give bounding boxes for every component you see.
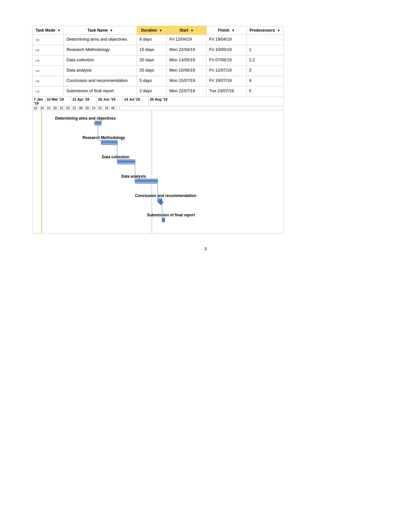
table-row: ⇒Data analysis25 daysMon 10/06/19Fri 12/…: [33, 66, 284, 76]
svg-rect-2: [95, 121, 101, 125]
duration-cell: 6 days: [137, 35, 167, 45]
task-mode-icon: ⇒: [35, 37, 39, 43]
start-cell: Fri 12/04/19: [167, 35, 207, 45]
finish-cell: Tue 23/07/19: [207, 86, 247, 97]
period-aug: 25 Aug '19: [149, 97, 174, 106]
week-08: 08: [78, 106, 84, 110]
task-name-cell: Research Methodology: [64, 45, 137, 55]
duration-cell: 2 days: [137, 86, 167, 97]
duration-cell: 25 days: [137, 66, 167, 76]
table-row: ⇒Submission of final report2 daysMon 22/…: [33, 86, 284, 97]
th-task-name[interactable]: Task Name ▼: [64, 26, 137, 35]
task-name-cell: Conclusion and recommendation: [64, 76, 137, 86]
task-mode-cell: ⇒: [33, 55, 64, 66]
week-19: 19: [103, 106, 110, 110]
svg-rect-3: [101, 140, 117, 145]
task-mode-filter-icon[interactable]: ▼: [57, 29, 61, 32]
th-predecessors[interactable]: Predecessors ▼: [246, 26, 283, 35]
timeline-weeks: 02 20 10 28 15 03 21 08 26 14 01 19 06 :: [33, 106, 283, 111]
gantt-table: Task Mode ▼ Task Name ▼ Duration ▼ Start…: [32, 26, 284, 97]
task-name-cell: Submission of final report: [64, 86, 137, 97]
predecessors-cell: [246, 35, 283, 45]
predecessors-cell: 1,2: [246, 55, 283, 66]
task-mode-cell: ⇒: [33, 66, 64, 76]
duration-cell: 5 days: [137, 76, 167, 86]
svg-rect-4: [117, 160, 135, 164]
period-mar: 10 Mar '19: [45, 97, 71, 106]
pred-filter-icon[interactable]: ▼: [277, 29, 280, 32]
finish-cell: Fri 19/04/19: [207, 35, 247, 45]
task-mode-icon: ⇒: [35, 68, 39, 74]
task-name-cell: Determining aims and objectives: [64, 35, 137, 45]
period-apr: 21 Apr '19: [71, 97, 97, 106]
predecessors-cell: 4: [246, 76, 283, 86]
task-name-cell: Data analysis: [64, 66, 137, 76]
task-name-filter-icon[interactable]: ▼: [110, 29, 113, 32]
week-01: 01: [97, 106, 103, 110]
chart-label-1: Determining aims and objectives: [55, 116, 116, 121]
page-number-container: 3: [32, 246, 379, 251]
finish-cell: Fri 19/07/19: [207, 76, 247, 86]
duration-filter-icon[interactable]: ▼: [159, 29, 162, 32]
task-name-cell: Data collection: [64, 55, 137, 66]
start-cell: Mon 10/06/19: [167, 66, 207, 76]
finish-cell: Fri 07/06/19: [207, 55, 247, 66]
predecessors-cell: 1: [246, 45, 283, 55]
task-mode-cell: ⇒: [33, 76, 64, 86]
week-28: 28: [52, 106, 58, 110]
finish-filter-icon[interactable]: ▼: [231, 29, 235, 32]
task-mode-icon: ⇒: [35, 78, 39, 84]
start-cell: Mon 22/07/19: [167, 86, 207, 97]
task-mode-icon: ⇒: [35, 88, 39, 94]
week-06: 06: [110, 106, 116, 110]
period-jul: 14 Jul '19: [123, 97, 149, 106]
th-start[interactable]: Start ▼: [167, 26, 207, 35]
week-21: 21: [71, 106, 78, 110]
period-jun: 02 Jun '19: [97, 97, 123, 106]
duration-cell: 20 days: [137, 55, 167, 66]
th-finish[interactable]: Finish ▼: [207, 26, 247, 35]
finish-cell: Fri 10/05/19: [207, 45, 247, 55]
task-mode-cell: ⇒: [33, 86, 64, 97]
th-duration[interactable]: Duration ▼: [137, 26, 167, 35]
svg-rect-5: [135, 179, 158, 183]
week-colon: :: [116, 106, 123, 110]
chart-label-5: Conclusion and recommendation: [135, 193, 196, 198]
start-cell: Mon 15/07/19: [167, 76, 207, 86]
week-02: 02: [33, 106, 39, 110]
chart-label-2: Research Methodology: [83, 135, 125, 140]
th-task-mode[interactable]: Task Mode ▼: [33, 26, 64, 35]
gantt-svg: Determining aims and objectives Research…: [33, 111, 284, 233]
period-jan: 7 Jan '19: [33, 97, 45, 106]
table-row: ⇒Determining aims and objectives6 daysFr…: [33, 35, 284, 45]
chart-label-4: Data analysis: [121, 174, 146, 179]
duration-cell: 15 days: [137, 45, 167, 55]
week-03: 03: [65, 106, 71, 110]
table-row: ⇒Data collection20 daysMon 13/05/19Fri 0…: [33, 55, 284, 66]
task-mode-cell: ⇒: [33, 45, 64, 55]
week-10: 10: [45, 106, 52, 110]
start-cell: Mon 13/05/19: [167, 55, 207, 66]
gantt-chart-body: Determining aims and objectives Research…: [33, 111, 283, 233]
chart-label-3: Data collection: [102, 155, 129, 159]
timeline-header-top: 7 Jan '19 10 Mar '19 21 Apr '19 02 Jun '…: [33, 97, 283, 106]
week-14: 14: [91, 106, 97, 110]
start-filter-icon[interactable]: ▼: [191, 29, 194, 32]
predecessors-cell: 5: [246, 86, 283, 97]
task-mode-cell: ⇒: [33, 35, 64, 45]
gantt-chart-container: 7 Jan '19 10 Mar '19 21 Apr '19 02 Jun '…: [32, 97, 284, 233]
predecessors-cell: 3: [246, 66, 283, 76]
task-mode-icon: ⇒: [35, 57, 39, 64]
finish-cell: Fri 12/07/19: [207, 66, 247, 76]
week-20: 20: [39, 106, 45, 110]
week-15: 15: [58, 106, 65, 110]
task-mode-icon: ⇒: [35, 47, 39, 53]
chart-label-6: Submission of final report: [147, 213, 195, 217]
week-26: 26: [84, 106, 91, 110]
table-row: ⇒Research Methodology15 daysMon 22/04/19…: [33, 45, 284, 55]
table-row: ⇒Conclusion and recommendation5 daysMon …: [33, 76, 284, 86]
page-number: 3: [204, 246, 207, 251]
start-cell: Mon 22/04/19: [167, 45, 207, 55]
